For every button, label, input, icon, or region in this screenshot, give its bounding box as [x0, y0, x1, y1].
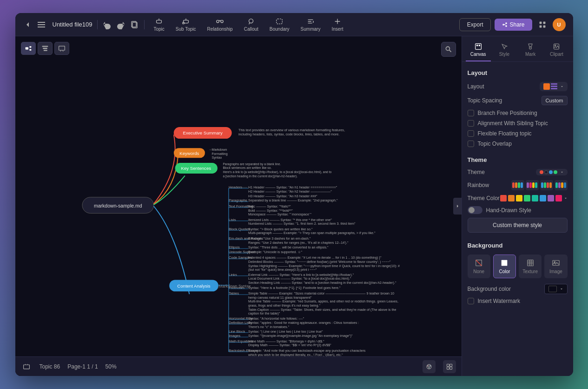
slide-view-btn[interactable] [54, 42, 69, 55]
svg-text:H3 Header ——— Syntax: "An h3 h: H3 Header ——— Syntax: "An h3 header ###" [248, 194, 317, 198]
map-view-btn[interactable] [21, 42, 36, 55]
toolbar-subtopic[interactable]: Sub Topic [171, 15, 201, 34]
export-button[interactable]: Export [459, 18, 491, 31]
bg-none[interactable]: None [468, 255, 490, 278]
bg-color-picker[interactable] [544, 284, 568, 294]
outline-view-btn[interactable] [38, 42, 53, 55]
bg-color[interactable]: Color [493, 255, 516, 278]
toolbar-callout[interactable]: Callout [239, 15, 263, 34]
bg-image[interactable]: Image [544, 255, 567, 278]
toolbar-insert[interactable]: Insert [327, 15, 348, 34]
theme-dot-green [554, 170, 557, 174]
svg-text:Separated by a blank line ——— : Separated by a blank line ——— Example: "… [248, 198, 338, 202]
menu-button[interactable] [37, 20, 46, 29]
svg-text:hemp canvas natural 11 glass t: hemp canvas natural 11 glass transparent… [248, 295, 312, 300]
svg-text:Links: Links [228, 273, 237, 277]
bg-texture[interactable]: Texture [519, 255, 542, 278]
svg-text:Headers: Headers [228, 185, 242, 189]
svg-rect-25 [43, 50, 47, 51]
color-palette[interactable] [500, 195, 562, 201]
svg-text:Simple Table ——— Example: "Siz: Simple Table ——— Example: "Sizes materia… [248, 291, 394, 295]
layout-selector[interactable] [540, 82, 568, 91]
rainbow-opt-2[interactable] [526, 180, 539, 190]
back-button[interactable] [23, 20, 32, 29]
redo-button[interactable] [116, 20, 126, 29]
undo-button[interactable] [102, 20, 112, 29]
tab-clipart[interactable]: Clipart [544, 40, 569, 61]
canvas-area[interactable]: markdown-sample.md Executive Summary Thi… [15, 36, 462, 376]
tab-canvas[interactable]: Canvas [466, 40, 491, 61]
svg-text:Bold ——— Syntax: "**bold**": Bold ——— Syntax: "**bold**" [248, 208, 293, 213]
svg-rect-19 [543, 25, 545, 27]
svg-text:Monospace ——— Syntax: "`monosp: Monospace ——— Syntax: "`monospace`" [248, 212, 311, 216]
toolbar-topic[interactable]: Topic [149, 15, 169, 34]
rainbow-opt-4[interactable] [555, 180, 568, 190]
share-button[interactable]: Share [495, 19, 532, 31]
panel-tabs: Canvas Style Mark Clipart [462, 36, 573, 62]
layout-button[interactable] [443, 360, 456, 373]
svg-text:Syntax: "> Block quotes are wr: Syntax: "> Block quotes are written like… [248, 227, 313, 231]
swatch-orange [508, 195, 515, 201]
search-button[interactable] [441, 42, 456, 57]
svg-point-136 [428, 367, 429, 368]
svg-text:Section Heading Link ——— Synta: Section Heading Link ——— Syntax: "and to… [248, 281, 396, 285]
svg-text:Local Document Link ——— Syntax: Local Document Link ——— Syntax: "to a [l… [248, 276, 351, 281]
divider [97, 20, 98, 29]
grid-button[interactable] [536, 18, 549, 31]
svg-line-30 [449, 50, 451, 52]
theme-color-label: Theme Color [468, 195, 500, 201]
svg-line-148 [476, 260, 482, 266]
swatch-pink [555, 195, 562, 201]
svg-text:Ellipsis: Ellipsis [228, 245, 239, 249]
hand-drawn-toggle[interactable] [468, 206, 482, 214]
hand-drawn-row: Hand-Drawn Style [468, 206, 568, 214]
layout-icon-group [543, 83, 557, 90]
alignment-checkbox[interactable] [468, 120, 474, 127]
svg-text:There's no "c" in tomatoes.": There's no "c" in tomatoes." [248, 325, 290, 329]
svg-text:Key Sentences: Key Sentences [181, 166, 211, 171]
svg-text:Multi-line Table ——— Example: : Multi-line Table ——— Example: "red Sunse… [248, 299, 398, 303]
theme-selector[interactable] [536, 169, 568, 175]
divider2 [144, 20, 145, 29]
tab-mark[interactable]: Mark [518, 40, 543, 61]
svg-rect-0 [38, 22, 45, 23]
spacing-value[interactable]: Custom [542, 96, 568, 105]
branch-free-checkbox[interactable] [468, 110, 474, 116]
rainbow-opt-3[interactable] [540, 180, 553, 190]
bg-color-row: Background color [468, 284, 568, 294]
watermark-checkbox[interactable] [468, 298, 474, 304]
map-icon[interactable] [21, 361, 32, 372]
flexible-checkbox[interactable] [468, 130, 474, 137]
svg-text:Tables: Tables [228, 291, 238, 295]
svg-rect-142 [476, 45, 478, 46]
svg-rect-2 [38, 27, 45, 27]
overlap-checkbox[interactable] [468, 141, 474, 147]
title-bar-left: Untitled file109 Topic Sub Topic [23, 15, 454, 34]
svg-rect-21 [29, 46, 31, 47]
svg-point-146 [555, 45, 556, 46]
svg-text:Italic ——— Syntax: "*italic*": Italic ——— Syntax: "*italic*" [248, 204, 291, 208]
expand-panel-btn[interactable] [453, 198, 462, 215]
chevron-down-icon [560, 85, 564, 88]
svg-text:Multi-paragraph ——— Example: ": Multi-paragraph ——— Example: "> They can… [248, 231, 376, 235]
mind-map-canvas: markdown-sample.md Executive Summary Thi… [15, 36, 462, 376]
copy-button[interactable] [130, 20, 139, 29]
svg-text:Ranges: "Use 2 dashes for rang: Ranges: "Use 2 dashes for ranges (ex., '… [248, 241, 349, 245]
svg-text:Syntax: "| Line one | Line two: Syntax: "| Line one | Line two | Line to… [248, 329, 323, 334]
palette-button[interactable] [423, 360, 436, 373]
rainbow-opt-1[interactable] [511, 180, 524, 190]
overlap-row: Topic Overlap [468, 141, 568, 147]
custom-theme-button[interactable]: Custom theme style [468, 218, 568, 233]
svg-text:Block sentences are written li: Block sentences are written like so. [223, 166, 271, 169]
toolbar-summary[interactable]: Summary [296, 15, 325, 34]
svg-text:Table-Caption ——— Syntax: "Tab: Table-Caption ——— Syntax: "Table: Shoes,… [248, 308, 396, 312]
svg-point-29 [446, 47, 449, 50]
user-avatar[interactable]: U [553, 18, 566, 31]
app-window: Untitled file109 Topic Sub Topic [15, 13, 573, 376]
toolbar-group: Topic Sub Topic Relationship Callout Bou… [149, 15, 348, 34]
theme-row: Theme [468, 169, 568, 175]
toolbar-boundary[interactable]: Boundary [265, 15, 294, 34]
tab-style[interactable]: Style [492, 40, 517, 61]
svg-text:Display Math ——— Syntax: "$$I : Display Math ——— Syntax: "$$I = \int \rh… [248, 343, 331, 347]
toolbar-relationship[interactable]: Relationship [203, 15, 238, 34]
